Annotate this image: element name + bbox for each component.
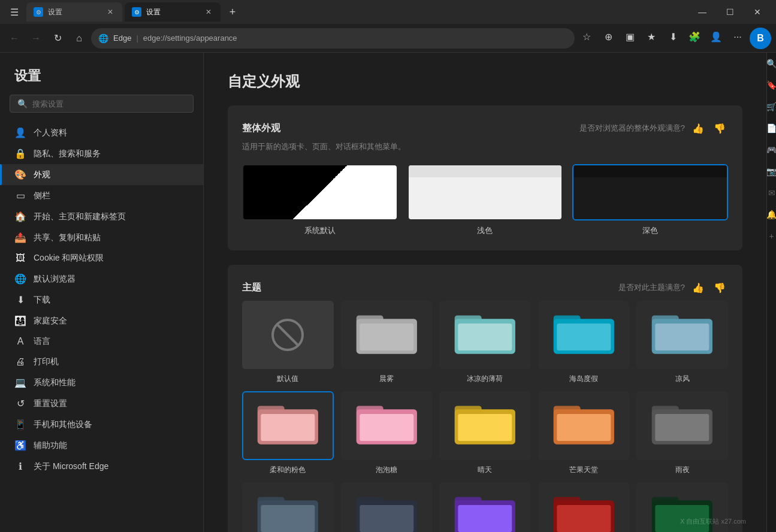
theme-item-sunny[interactable]: 晴天	[439, 391, 531, 474]
tab-1-icon: ⚙	[34, 7, 43, 17]
sidebar-item-share[interactable]: 📤 共享、复制和粘贴	[0, 227, 203, 248]
theme-preview-moon	[341, 482, 433, 532]
theme-item-pink[interactable]: 柔和的粉色	[242, 391, 334, 474]
theme-item-default[interactable]: 默认值	[242, 301, 334, 384]
theme-section-header: 主题 是否对此主题满意? 👍 👎	[242, 279, 728, 296]
maximize-btn[interactable]: ☐	[716, 0, 744, 24]
settings-sidebar: 设置 🔍 👤 个人资料 🔒 隐私、搜索和服务 🎨 外观 ▭ 侧栏	[0, 53, 204, 532]
sidebar-item-profile-label: 个人资料	[34, 128, 67, 138]
sidebar-item-reset[interactable]: ↺ 重置设置	[0, 393, 203, 414]
bing-chat-btn[interactable]: B	[750, 28, 771, 49]
back-btn[interactable]: ←	[5, 29, 24, 48]
extensions-btn[interactable]: 🧩	[685, 28, 704, 47]
browser-essentials-btn[interactable]: ★	[642, 28, 661, 47]
forward-btn[interactable]: →	[26, 29, 46, 48]
collections-btn[interactable]: ⊕	[599, 28, 618, 47]
theme-item-mist[interactable]: 晨雾	[341, 301, 433, 384]
mobile-icon: 📱	[14, 419, 26, 430]
refresh-btn[interactable]: ↻	[48, 29, 67, 48]
tab-1-close[interactable]: ✕	[105, 7, 115, 17]
overall-thumbs-up-btn[interactable]: 👍	[690, 120, 706, 137]
search-input[interactable]	[32, 99, 186, 108]
close-btn[interactable]: ✕	[744, 0, 771, 24]
address-separator: |	[136, 34, 138, 43]
theme-preview-cool	[636, 301, 728, 369]
sidebar-item-sidebar-label: 侧栏	[34, 191, 50, 201]
sidebar-item-downloads[interactable]: ⬇ 下载	[0, 289, 203, 310]
theme-item-plum[interactable]: 多汁的梅	[439, 482, 531, 532]
edge-logo-icon: 🌐	[98, 34, 108, 43]
theme-thumbs-up-btn[interactable]: 👍	[690, 279, 706, 296]
shopping-btn[interactable]: 🛒	[766, 101, 777, 113]
camera-btn[interactable]: 📷	[766, 165, 777, 177]
appearance-dark[interactable]: 深色	[572, 164, 728, 236]
theme-label-candy: 泡泡糖	[376, 465, 397, 475]
svg-rect-7	[458, 324, 512, 350]
profile-btn[interactable]: 👤	[706, 28, 726, 47]
settings-more-btn[interactable]: ···	[728, 28, 747, 47]
address-bar[interactable]: 🌐 Edge | edge://settings/appearance	[91, 28, 575, 49]
svg-rect-27	[652, 406, 679, 415]
theme-item-moon[interactable]: 月光	[341, 482, 433, 532]
tab-1[interactable]: ⚙ 设置 ✕	[26, 2, 122, 22]
favorites-btn[interactable]: ☆	[577, 28, 596, 47]
new-tab-btn[interactable]: +	[223, 2, 242, 22]
appearance-light[interactable]: 浅色	[407, 164, 563, 236]
edge-label: Edge	[113, 34, 131, 43]
home-btn[interactable]: ⌂	[70, 29, 89, 48]
watermark: X 自由互联站 x27.com	[680, 517, 746, 526]
theme-item-rainy[interactable]: 雨夜	[636, 391, 728, 474]
system-preview	[242, 164, 398, 220]
minimize-btn[interactable]: —	[689, 0, 716, 24]
send-btn[interactable]: ✉	[766, 187, 777, 199]
theme-item-candy[interactable]: 泡泡糖	[341, 391, 433, 474]
sidebar-item-sidebar[interactable]: ▭ 侧栏	[0, 185, 203, 206]
theme-preview-plum	[439, 482, 531, 532]
notifications-btn[interactable]: 🔔	[766, 208, 777, 220]
sidebar-item-mobile[interactable]: 📱 手机和其他设备	[0, 414, 203, 435]
theme-item-mango[interactable]: 芒果天堂	[538, 391, 630, 474]
games-btn[interactable]: 🎮	[766, 144, 777, 156]
lock-icon: 🔒	[14, 148, 26, 159]
sidebar-item-cookies[interactable]: 🖼 Cookie 和网站权限	[0, 248, 203, 268]
tab-2[interactable]: ⚙ 设置 ✕	[125, 2, 221, 22]
sidebar-item-family[interactable]: 👨‍👩‍👧 家庭安全	[0, 310, 203, 331]
sidebar-title: 设置	[0, 62, 203, 95]
sidebar-item-printer[interactable]: 🖨 打印机	[0, 352, 203, 372]
sidebar-item-appearance[interactable]: 🎨 外观	[0, 164, 203, 185]
sidebar-item-system[interactable]: 💻 系统和性能	[0, 372, 203, 393]
tab-2-close[interactable]: ✕	[204, 7, 213, 17]
theme-thumbs-down-btn[interactable]: 👎	[711, 279, 728, 296]
svg-rect-10	[557, 324, 611, 350]
theme-item-mint[interactable]: 冰凉的薄荷	[439, 301, 531, 384]
tab-2-label: 设置	[146, 7, 161, 17]
sidebar-toggle-btn[interactable]: ☰	[5, 2, 24, 22]
sidebar-item-language[interactable]: A 语言	[0, 331, 203, 352]
theme-item-island[interactable]: 海岛度假	[538, 301, 630, 384]
theme-preview-sunny	[439, 391, 531, 460]
theme-preview-mango	[538, 391, 630, 460]
overall-thumbs-down-btn[interactable]: 👎	[711, 120, 728, 137]
office-btn[interactable]: 📄	[766, 122, 777, 134]
reading-list-btn[interactable]: 🔖	[766, 79, 777, 91]
zoom-in-btn[interactable]: 🔍	[766, 58, 777, 69]
theme-preview-default	[242, 301, 334, 369]
theme-item-slate[interactable]: 冷色石板	[242, 482, 334, 532]
sidebar-item-accessibility[interactable]: ♿ 辅助功能	[0, 435, 203, 456]
add-btn[interactable]: +	[766, 230, 777, 242]
sidebar-item-profile[interactable]: 👤 个人资料	[0, 122, 203, 143]
sidebar-item-about[interactable]: ℹ 关于 Microsoft Edge	[0, 456, 203, 477]
sidebar-item-printer-label: 打印机	[34, 356, 59, 367]
dark-label: 深色	[642, 225, 658, 236]
sidebar-item-privacy[interactable]: 🔒 隐私、搜索和服务	[0, 143, 203, 164]
sidebar-item-start[interactable]: 🏠 开始、主页和新建标签页	[0, 206, 203, 227]
search-box[interactable]: 🔍	[10, 95, 194, 113]
theme-item-cool[interactable]: 凉风	[636, 301, 728, 384]
appearance-system[interactable]: 系统默认	[242, 164, 398, 236]
theme-label-cool: 凉风	[675, 374, 690, 384]
theme-item-crimson[interactable]: 辣红色	[538, 482, 630, 532]
sidebar-item-default-browser[interactable]: 🌐 默认浏览器	[0, 268, 203, 289]
downloads-btn[interactable]: ⬇	[663, 28, 683, 47]
split-view-btn[interactable]: ▣	[620, 28, 639, 47]
cookie-icon: 🖼	[14, 253, 26, 264]
